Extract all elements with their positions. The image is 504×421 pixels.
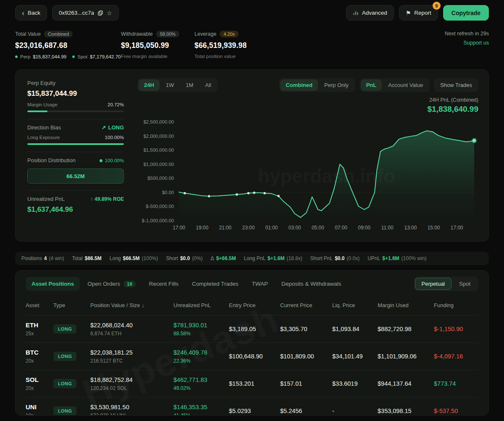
time-tab-1w[interactable]: 1W — [160, 79, 180, 91]
unrealized-pnl-cell-sub: 88.58% — [173, 331, 226, 337]
sort-desc-icon[interactable]: ↓ — [140, 302, 144, 308]
unrealized-pnl-cell: $462,771.8349.02% — [173, 370, 229, 397]
market-toggle: PerpetualSpot — [414, 276, 478, 291]
side-badge: LONG — [53, 352, 76, 361]
entry-price-cell-value: $5.0293 — [229, 408, 251, 414]
report-button[interactable]: ⚑ Report 9 — [399, 5, 438, 21]
unrealized-pnl-cell: $246,409.7822.36% — [173, 343, 229, 370]
summary-value: $66.5M — [85, 255, 102, 261]
position-row-eth[interactable]: ETH25xLONG$22,068,024.406,674.74 ETH$781… — [26, 316, 478, 343]
copy-icon[interactable] — [97, 10, 103, 16]
unrealized-pnl-cell-main: $246,409.78 — [173, 349, 226, 356]
trade-marker-dot — [208, 195, 210, 197]
unrealized-pnl-cell-main: $781,930.01 — [173, 322, 226, 329]
current-price-cell: $3,305.70 — [280, 316, 332, 343]
pnl-area-chart[interactable]: hyperdash.info$2,500,000.00$2,000,000.00… — [137, 115, 478, 233]
tab-label: Asset Positions — [32, 281, 74, 287]
perp-label: Perp — [20, 54, 30, 59]
summary-label: Long — [110, 255, 121, 261]
top-bar-right: Advanced ⚑ Report 9 Copytrade — [346, 5, 489, 21]
position-row-sol[interactable]: SOL20xLONG$18,882,752.84120,234.02 SOL$4… — [26, 370, 478, 397]
summary-extra: (100% win) — [402, 255, 427, 261]
unrealized-pnl-cell-sub: 49.02% — [173, 385, 226, 391]
current-price-cell-value: $5.2456 — [280, 408, 302, 414]
advanced-button[interactable]: Advanced — [346, 5, 394, 21]
top-bar: ‹ Back 0x9263...cc7a ☆ Advanced ⚑ Report… — [15, 5, 489, 21]
funding-cell: $-1,150.90 — [434, 316, 478, 343]
entry-price-cell-value: $153.201 — [229, 380, 254, 387]
mode-tab-perp-only[interactable]: Perp Only — [319, 79, 354, 91]
asset-cell: ETH25x — [26, 316, 53, 343]
column-header-position-value-size[interactable]: Position Value / Size ↓ — [90, 296, 173, 316]
spot-value: $7,179,642.70 — [90, 54, 121, 59]
type-cell: LONG — [53, 343, 90, 370]
time-tab-1m[interactable]: 1M — [180, 79, 199, 91]
distribution-segment[interactable]: 66.52M — [27, 168, 124, 184]
trade-marker-dot — [236, 193, 238, 196]
tab-recent-fills[interactable]: Recent Fills — [143, 277, 185, 291]
summary-item-upnl: UPnL$+1.6M(100% win) — [368, 255, 426, 261]
tab-twap[interactable]: TWAP — [246, 277, 274, 291]
view-tab-label: PnL — [366, 82, 377, 88]
copytrade-button[interactable]: Copytrade — [443, 5, 489, 21]
back-label: Back — [28, 10, 40, 16]
summary-label: Short — [166, 255, 178, 261]
mode-tab-combined[interactable]: Combined — [280, 79, 318, 91]
equity-chart-panel: Perp Equity $15,837,044.99 Margin Usage … — [15, 69, 489, 242]
mode-tab-label: Perp Only — [324, 82, 349, 88]
x-axis-tick: 13:00 — [404, 225, 417, 231]
leverage-amount: $66,519,939.98 — [194, 41, 247, 50]
x-axis-tick: 19:00 — [196, 225, 208, 231]
perp-value: $15,837,044.99 — [33, 54, 66, 59]
unrealized-pnl-cell-main: $146,353.35 — [173, 404, 226, 410]
summary-value: 4 — [44, 255, 47, 261]
chart-bars-icon — [353, 10, 359, 16]
margin-used-cell: $353,098.15 — [378, 397, 434, 416]
asset-cell-main: UNI — [26, 403, 50, 410]
trade-marker-dot — [277, 195, 280, 197]
position-row-uni[interactable]: UNI10xLONG$3,530,981.50672,978.10 UNI$14… — [26, 397, 478, 416]
wallet-address-pill[interactable]: 0x9263...cc7a ☆ — [52, 5, 119, 21]
perp-equity-label: Perp Equity — [27, 80, 124, 86]
summary-label: Long PnL — [244, 255, 265, 261]
time-tab-all[interactable]: All — [200, 79, 216, 91]
side-badge: LONG — [53, 379, 76, 388]
summary-extra: (0.0x) — [347, 255, 360, 261]
market-tab-perpetual[interactable]: Perpetual — [415, 278, 452, 290]
back-button[interactable]: ‹ Back — [15, 5, 47, 21]
tab-asset-positions[interactable]: Asset Positions — [26, 277, 80, 291]
current-price-cell-value: $3,305.70 — [280, 326, 307, 332]
column-header-margin-used: Margin Used — [378, 296, 434, 316]
position-value-cell-sub: 6,674.74 ETH — [90, 331, 170, 337]
x-axis-tick: 17:00 — [451, 225, 463, 231]
tab-open-orders[interactable]: Open Orders19 — [81, 277, 141, 291]
account-stats-row: Total Value Combined $23,016,687.68 Perp… — [15, 31, 489, 59]
view-tab-account-value[interactable]: Account Value — [383, 79, 428, 91]
asset-cell-main: ETH — [26, 321, 50, 329]
arrow-up-icon: ↑ — [91, 196, 94, 202]
unrealized-pnl-label: Unrealized PnL — [27, 196, 65, 202]
tab-label: Recent Fills — [149, 281, 179, 287]
show-trades-button[interactable]: Show Trades — [434, 78, 478, 92]
view-tab-pnl[interactable]: PnL — [361, 79, 382, 91]
leverage-badge: 4.20x — [220, 31, 239, 37]
perp-spot-breakdown: Perp $15,837,044.99 Spot $7,179,642.70 — [15, 54, 121, 59]
market-tab-spot[interactable]: Spot — [452, 278, 477, 290]
support-us-link[interactable]: Support us — [445, 40, 489, 46]
star-icon[interactable]: ☆ — [107, 10, 112, 16]
x-axis-tick: 07:00 — [335, 225, 347, 231]
funding-cell-value: $-4,097.16 — [434, 353, 463, 360]
y-axis-tick: $1,500,000.00 — [143, 147, 174, 153]
tab-completed-trades[interactable]: Completed Trades — [186, 277, 244, 291]
tab-deposits-withdrawals[interactable]: Deposits & Withdrawals — [276, 277, 347, 291]
x-axis-tick: 01:00 — [265, 225, 278, 231]
flag-icon: ⚑ — [406, 10, 411, 16]
position-value-cell-sub: 672,978.10 UNI — [90, 413, 170, 416]
report-count-badge: 9 — [433, 2, 441, 10]
side-badge: LONG — [53, 406, 76, 416]
withdrawable-pct-badge: 58.00% — [156, 31, 179, 37]
time-tab-24h[interactable]: 24H — [139, 79, 160, 91]
stats-right: Next refresh in 29s Support us — [445, 31, 489, 46]
position-row-btc[interactable]: BTC20xLONG$22,038,181.25216.5127 BTC$246… — [26, 343, 478, 370]
funding-cell-value: $773.74 — [434, 380, 456, 387]
